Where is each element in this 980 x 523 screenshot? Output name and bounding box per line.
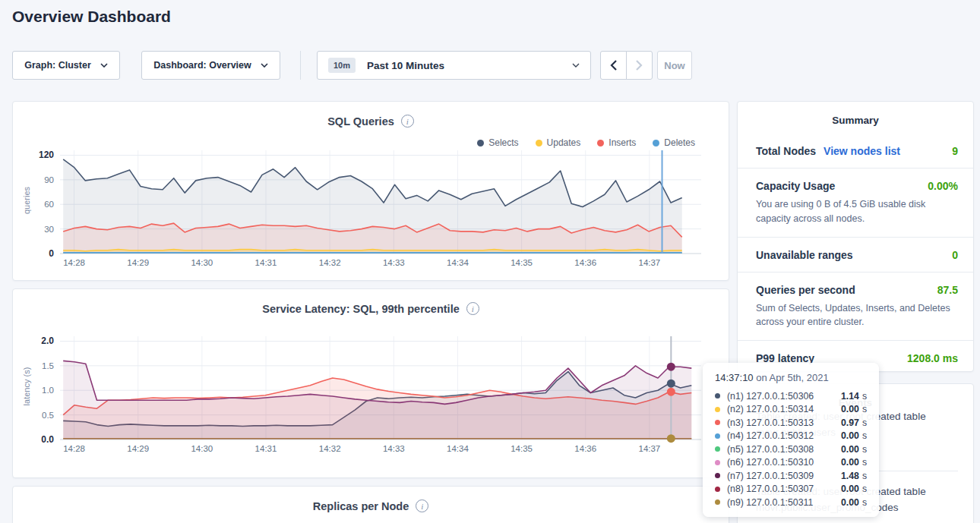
node-address: (n9) 127.0.0.1:50311 — [727, 497, 841, 508]
node-color-dot — [715, 420, 720, 425]
graph-dropdown-label: Graph: Cluster — [24, 60, 91, 71]
chevron-down-icon — [261, 63, 268, 68]
node-color-dot — [715, 460, 720, 465]
tooltip-node-row: (n5) 127.0.0.1:503080.00s — [715, 443, 870, 456]
svg-text:90: 90 — [44, 175, 54, 184]
dashboard-dropdown[interactable]: Dashboard: Overview — [141, 51, 280, 80]
node-color-dot — [715, 499, 720, 505]
svg-text:14:31: 14:31 — [255, 258, 277, 267]
node-latency-value: 0.00 — [841, 444, 859, 455]
info-icon[interactable]: i — [466, 302, 479, 315]
node-latency-unit: s — [862, 391, 867, 402]
service-latency-title: Service Latency: SQL, 99th percentile — [262, 303, 460, 315]
svg-text:14:33: 14:33 — [383, 258, 405, 267]
node-latency-unit: s — [862, 444, 867, 455]
time-range-picker[interactable]: 10m Past 10 Minutes — [317, 51, 591, 80]
node-address: (n4) 127.0.0.1:50312 — [727, 430, 841, 441]
node-color-dot — [715, 473, 720, 478]
summary-row-total-nodes: Total Nodes View nodes list 9 — [738, 134, 973, 168]
summary-rows: Total Nodes View nodes list 9 Capacity U… — [738, 134, 973, 375]
node-latency-value: 0.97 — [841, 417, 859, 428]
node-color-dot — [715, 393, 720, 399]
chevron-left-icon — [610, 60, 617, 71]
sql-queries-card: SQL Queries i SelectsUpdatesInsertsDelet… — [12, 101, 729, 281]
tooltip-node-row: (n6) 127.0.0.1:503100.00s — [715, 456, 870, 470]
graph-dropdown[interactable]: Graph: Cluster — [12, 51, 120, 80]
tooltip-node-row: (n8) 127.0.0.1:503070.00s — [715, 483, 870, 496]
node-latency-unit: s — [862, 471, 867, 481]
service-latency-chart[interactable]: 14:2814:2914:3014:3114:3214:3314:3414:35… — [30, 332, 707, 458]
node-latency-value: 0.00 — [841, 404, 859, 414]
svg-text:14:36: 14:36 — [574, 444, 596, 453]
node-color-dot — [715, 407, 720, 412]
info-icon[interactable]: i — [416, 499, 428, 512]
time-next-button[interactable] — [626, 51, 653, 80]
svg-text:2.0: 2.0 — [41, 336, 54, 346]
chart-title-row: Service Latency: SQL, 99th percentile i — [13, 289, 729, 315]
time-range-label: Past 10 Minutes — [367, 60, 444, 71]
info-icon[interactable]: i — [401, 115, 414, 128]
summary-row-unavailable-ranges: Unavailable ranges 0 — [738, 237, 973, 272]
svg-text:14:37: 14:37 — [638, 258, 660, 267]
svg-text:0.5: 0.5 — [42, 411, 54, 420]
chart-hover-tooltip: 14:37:10 on Apr 5th, 2021 (n1) 127.0.0.1… — [703, 363, 879, 517]
svg-text:14:32: 14:32 — [319, 444, 341, 453]
queries-per-second-description: Sum of Selects, Updates, Inserts, and De… — [756, 301, 958, 330]
view-nodes-list-link[interactable]: View nodes list — [824, 145, 900, 157]
svg-text:0.0: 0.0 — [41, 434, 54, 445]
chevron-down-icon — [572, 63, 580, 68]
tooltip-node-row: (n4) 127.0.0.1:503120.00s — [715, 430, 870, 443]
svg-text:14:31: 14:31 — [255, 444, 277, 453]
tooltip-node-row: (n2) 127.0.0.1:503140.00s — [715, 403, 870, 417]
capacity-usage-label: Capacity Usage — [756, 180, 835, 192]
svg-text:14:35: 14:35 — [511, 444, 533, 453]
controls-divider — [300, 51, 301, 80]
node-latency-value: 0.00 — [841, 457, 859, 468]
node-address: (n5) 127.0.0.1:50308 — [727, 444, 841, 455]
node-latency-unit: s — [862, 430, 867, 441]
svg-text:14:30: 14:30 — [191, 444, 213, 453]
svg-text:14:32: 14:32 — [319, 258, 341, 267]
time-prev-button[interactable] — [600, 51, 627, 80]
svg-text:14:28: 14:28 — [63, 444, 85, 453]
node-color-dot — [715, 487, 720, 492]
chart-title-row: SQL Queries i — [13, 102, 729, 128]
dashboard-dropdown-label: Dashboard: Overview — [153, 60, 251, 71]
node-latency-value: 1.48 — [841, 471, 859, 481]
summary-title: Summary — [738, 102, 973, 126]
sql-queries-chart[interactable]: 14:2814:2914:3014:3114:3214:3314:3414:35… — [30, 146, 707, 272]
svg-text:14:28: 14:28 — [63, 258, 85, 267]
node-latency-value: 1.14 — [841, 391, 859, 402]
node-latency-unit: s — [862, 484, 867, 494]
chart-plot[interactable]: 14:2814:2914:3014:3114:3214:3314:3414:35… — [30, 332, 707, 455]
dashboard-controls: Graph: Cluster Dashboard: Overview 10m P… — [12, 51, 692, 80]
tooltip-node-row: (n3) 127.0.0.1:503130.97s — [715, 416, 870, 430]
now-button[interactable]: Now — [657, 51, 692, 80]
tooltip-node-row: (n1) 127.0.0.1:503061.14s — [715, 389, 870, 403]
node-address: (n3) 127.0.0.1:50313 — [727, 417, 841, 428]
svg-text:14:30: 14:30 — [191, 258, 213, 267]
svg-text:14:36: 14:36 — [574, 258, 596, 267]
chart-plot[interactable]: 14:2814:2914:3014:3114:3214:3314:3414:35… — [30, 146, 707, 269]
svg-text:14:29: 14:29 — [127, 444, 149, 453]
svg-text:14:34: 14:34 — [447, 444, 469, 453]
node-latency-unit: s — [862, 457, 867, 468]
unavailable-ranges-label: Unavailable ranges — [756, 249, 853, 261]
chevron-right-icon — [636, 60, 643, 71]
queries-per-second-label: Queries per second — [756, 284, 855, 296]
svg-text:60: 60 — [44, 200, 54, 209]
total-nodes-value: 9 — [952, 145, 958, 157]
tooltip-node-rows: (n1) 127.0.0.1:503061.14s(n2) 127.0.0.1:… — [715, 389, 870, 509]
sql-queries-title: SQL Queries — [327, 115, 394, 128]
node-latency-value: 0.00 — [841, 430, 859, 441]
svg-text:30: 30 — [44, 225, 54, 234]
node-address: (n2) 127.0.0.1:50314 — [727, 404, 841, 414]
svg-text:1.5: 1.5 — [42, 361, 54, 370]
node-address: (n1) 127.0.0.1:50306 — [727, 391, 841, 402]
capacity-usage-value: 0.00% — [928, 180, 958, 192]
node-latency-value: 0.00 — [841, 484, 859, 494]
node-address: (n6) 127.0.0.1:50310 — [727, 457, 841, 468]
svg-text:14:37: 14:37 — [638, 444, 660, 453]
replicas-per-node-title: Replicas per Node — [313, 500, 409, 512]
tooltip-timestamp: 14:37:10 on Apr 5th, 2021 — [715, 372, 870, 383]
